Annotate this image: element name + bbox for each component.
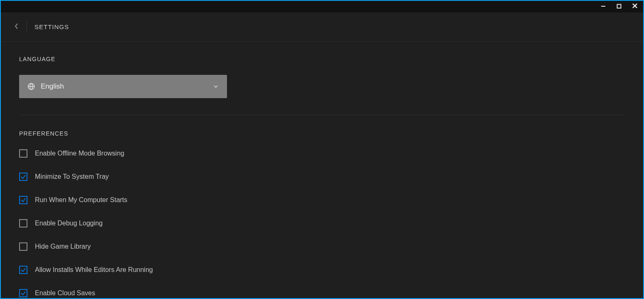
content-scroll[interactable]: LANGUAGE English PREFERENCES Enable Offl… xyxy=(1,42,643,298)
checkbox[interactable] xyxy=(19,173,27,181)
globe-icon xyxy=(27,83,35,90)
pref-allow-installs-editors[interactable]: Allow Installs While Editors Are Running xyxy=(19,266,625,274)
pref-label: Minimize To System Tray xyxy=(35,173,109,180)
checkbox[interactable] xyxy=(19,219,27,227)
section-divider xyxy=(19,115,625,115)
chevron-down-icon xyxy=(213,84,219,89)
checkbox[interactable] xyxy=(19,266,27,274)
page-title: SETTINGS xyxy=(35,23,69,30)
close-button[interactable] xyxy=(630,2,640,12)
maximize-button[interactable] xyxy=(614,2,624,12)
checkbox[interactable] xyxy=(19,289,27,297)
chevron-left-icon xyxy=(14,22,20,32)
pref-label: Enable Offline Mode Browsing xyxy=(35,150,124,157)
pref-label: Enable Cloud Saves xyxy=(35,289,95,297)
language-heading: LANGUAGE xyxy=(19,56,625,62)
checkbox[interactable] xyxy=(19,149,27,158)
maximize-icon xyxy=(617,3,622,10)
pref-label: Run When My Computer Starts xyxy=(35,196,127,204)
preferences-heading: PREFERENCES xyxy=(19,130,625,137)
checkbox[interactable] xyxy=(19,242,27,251)
title-bar xyxy=(1,1,643,12)
pref-debug-logging[interactable]: Enable Debug Logging xyxy=(19,219,625,227)
pref-label: Allow Installs While Editors Are Running xyxy=(35,266,153,274)
close-icon xyxy=(632,3,638,10)
page-header: SETTINGS xyxy=(1,12,643,42)
minimize-icon xyxy=(601,3,606,10)
pref-label: Hide Game Library xyxy=(35,243,91,250)
back-button[interactable] xyxy=(11,21,22,33)
pref-run-on-start[interactable]: Run When My Computer Starts xyxy=(19,196,625,204)
pref-cloud-saves[interactable]: Enable Cloud Saves xyxy=(19,289,625,297)
svg-rect-1 xyxy=(617,5,621,8)
pref-minimize-tray[interactable]: Minimize To System Tray xyxy=(19,173,625,181)
pref-hide-game-library[interactable]: Hide Game Library xyxy=(19,242,625,251)
preferences-list: Enable Offline Mode Browsing Minimize To… xyxy=(19,149,625,298)
minimize-button[interactable] xyxy=(598,2,608,12)
pref-offline-browsing[interactable]: Enable Offline Mode Browsing xyxy=(19,149,625,158)
checkbox[interactable] xyxy=(19,196,27,204)
header-divider xyxy=(27,21,27,33)
app-window: SETTINGS LANGUAGE English PREFERENCES xyxy=(0,0,644,299)
body-area: LANGUAGE English PREFERENCES Enable Offl… xyxy=(1,42,643,298)
pref-label: Enable Debug Logging xyxy=(35,220,103,227)
language-value: English xyxy=(41,82,213,91)
language-select[interactable]: English xyxy=(19,75,227,98)
